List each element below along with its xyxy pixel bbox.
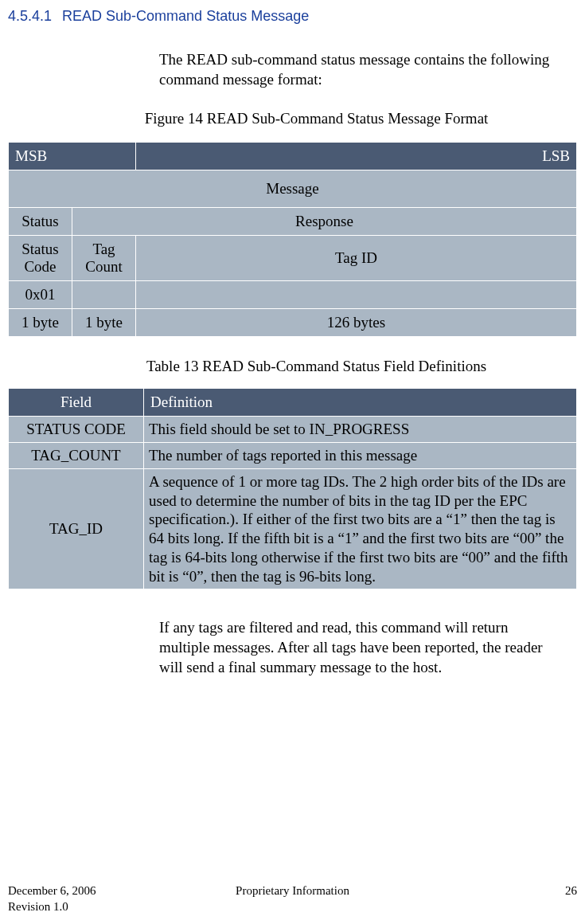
table-caption: Table 13 READ Sub-Command Status Field D… [56, 358, 577, 375]
val-status-cell: 0x01 [9, 281, 72, 309]
footer-revision: Revision 1.0 [8, 899, 68, 915]
page-footer: Proprietary Information December 6, 2006… [8, 883, 577, 914]
message-cell: Message [9, 170, 577, 208]
status-code-cell: Status Code [9, 236, 72, 281]
msb-label: MSB [9, 143, 136, 170]
def-hdr-field: Field [9, 389, 144, 417]
def-hdr-definition: Definition [144, 389, 577, 417]
figure-caption: Figure 14 READ Sub-Command Status Messag… [56, 110, 577, 127]
format-table: MSB LSB Message Status Response Status C… [8, 142, 577, 337]
outro-paragraph: If any tags are filtered and read, this … [159, 618, 561, 677]
val-tagcount-cell [72, 281, 136, 309]
response-cell: Response [72, 208, 577, 236]
def-row-definition: A sequence of 1 or more tag IDs. The 2 h… [144, 468, 577, 589]
tag-id-cell: Tag ID [136, 236, 577, 281]
size-col1-cell: 1 byte [9, 309, 72, 337]
def-row-field: STATUS CODE [9, 417, 144, 443]
intro-paragraph: The READ sub-command status message cont… [159, 50, 561, 89]
status-cell: Status [9, 208, 72, 236]
def-row-definition: The number of tags reported in this mess… [144, 443, 577, 469]
section-heading: 4.5.4.1 READ Sub-Command Status Message [8, 8, 577, 25]
tag-count-cell: Tag Count [72, 236, 136, 281]
definition-table: Field Definition STATUS CODE This field … [8, 388, 577, 589]
section-title: READ Sub-Command Status Message [62, 8, 309, 24]
lsb-label: LSB [136, 143, 577, 170]
footer-center: Proprietary Information [8, 883, 577, 899]
size-col3-cell: 126 bytes [136, 309, 577, 337]
size-col2-cell: 1 byte [72, 309, 136, 337]
val-tagid-cell [136, 281, 577, 309]
def-row-field: TAG_ID [9, 468, 144, 589]
def-row-definition: This field should be set to IN_PROGRESS [144, 417, 577, 443]
section-number: 4.5.4.1 [8, 8, 52, 25]
def-row-field: TAG_COUNT [9, 443, 144, 469]
